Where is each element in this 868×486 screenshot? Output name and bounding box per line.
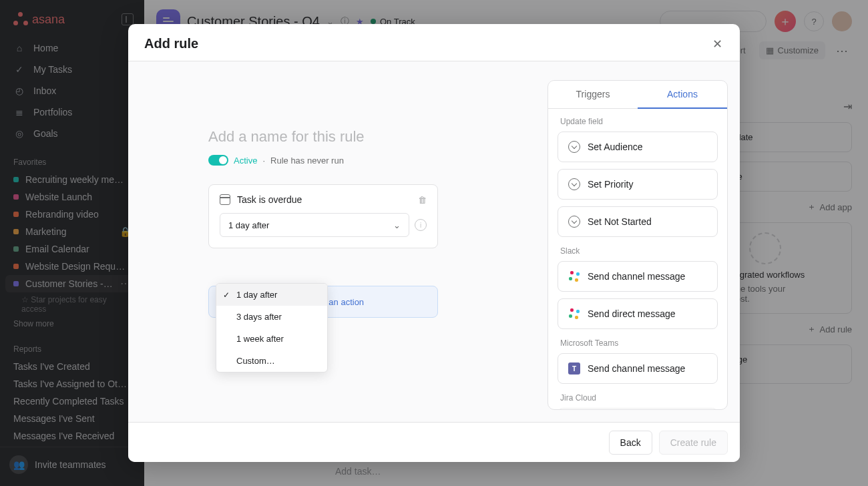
trash-icon[interactable]: 🗑 xyxy=(418,195,427,205)
action-slack-channel[interactable]: Send channel message xyxy=(558,261,718,292)
group-label-update-field: Update field xyxy=(558,114,718,132)
dropdown-option[interactable]: Custom… xyxy=(216,350,327,372)
dropdown-option-label: 1 day after xyxy=(236,290,277,300)
trigger-header: Task is overdue 🗑 xyxy=(220,194,427,205)
info-icon[interactable]: i xyxy=(415,219,427,231)
back-button[interactable]: Back xyxy=(609,431,652,455)
tab-actions[interactable]: Actions xyxy=(638,81,727,109)
status-separator: · xyxy=(262,156,265,166)
action-set-not-started[interactable]: Set Not Started xyxy=(558,206,718,237)
action-label: Send channel message xyxy=(588,271,685,282)
trigger-label: Task is overdue xyxy=(237,194,302,205)
active-text: Active xyxy=(234,156,257,166)
delay-select[interactable]: 1 day after ⌄ xyxy=(220,213,409,237)
action-label: Set Not Started xyxy=(588,216,652,227)
action-teams-channel[interactable]: TSend channel message xyxy=(558,353,718,384)
trigger-card[interactable]: Task is overdue 🗑 1 day after ⌄ i xyxy=(208,184,438,248)
modal-footer: Back Create rule xyxy=(128,422,740,462)
modal-body: Add a name for this rule Active · Rule h… xyxy=(128,61,740,422)
picker-tabs: Triggers Actions xyxy=(548,81,727,109)
delay-select-value: 1 day after xyxy=(228,220,269,230)
close-icon[interactable]: ✕ xyxy=(710,37,724,51)
group-label-jira: Jira Cloud xyxy=(558,391,718,408)
action-set-audience[interactable]: Set Audience xyxy=(558,132,718,162)
rule-canvas: Add a name for this rule Active · Rule h… xyxy=(128,61,548,422)
slack-icon xyxy=(568,270,581,283)
dropdown-option-label: Custom… xyxy=(236,356,275,366)
action-set-priority[interactable]: Set Priority xyxy=(558,169,718,200)
field-icon xyxy=(568,140,581,154)
action-jira-create[interactable]: Create new issue xyxy=(558,408,718,409)
modal-header: Add rule ✕ xyxy=(128,24,740,61)
rule-status-row: Active · Rule has never run xyxy=(208,155,521,166)
group-label-slack: Slack xyxy=(558,244,718,261)
dropdown-option[interactable]: 3 days after xyxy=(216,306,327,328)
field-icon xyxy=(568,178,581,191)
add-rule-modal: Add rule ✕ Add a name for this rule Acti… xyxy=(128,24,740,462)
rule-name-input[interactable]: Add a name for this rule xyxy=(208,128,521,146)
never-run-text: Rule has never run xyxy=(270,156,344,166)
slack-icon xyxy=(568,307,581,320)
dropdown-option[interactable]: 1 day after xyxy=(216,284,327,306)
action-slack-dm[interactable]: Send direct message xyxy=(558,298,718,329)
teams-icon: T xyxy=(568,362,581,375)
dropdown-option-label: 3 days after xyxy=(236,312,282,322)
tab-triggers[interactable]: Triggers xyxy=(548,81,638,108)
actions-list: Update field Set Audience Set Priority S… xyxy=(548,109,727,409)
dropdown-option[interactable]: 1 week after xyxy=(216,328,327,350)
modal-title: Add rule xyxy=(144,36,198,51)
action-label: Set Priority xyxy=(588,179,633,190)
action-picker-panel: Triggers Actions Update field Set Audien… xyxy=(548,80,728,410)
dropdown-option-label: 1 week after xyxy=(236,334,284,344)
action-label: Send channel message xyxy=(588,363,685,374)
field-icon xyxy=(568,215,581,228)
group-label-teams: Microsoft Teams xyxy=(558,336,718,353)
calendar-icon xyxy=(220,194,230,205)
active-toggle[interactable] xyxy=(208,155,228,166)
create-rule-button[interactable]: Create rule xyxy=(659,431,728,455)
action-label: Send direct message xyxy=(588,308,676,319)
delay-select-row: 1 day after ⌄ i xyxy=(220,213,427,237)
chevron-down-icon: ⌄ xyxy=(393,220,401,230)
action-label: Set Audience xyxy=(588,142,643,152)
delay-dropdown: 1 day after 3 days after 1 week after Cu… xyxy=(216,283,328,373)
